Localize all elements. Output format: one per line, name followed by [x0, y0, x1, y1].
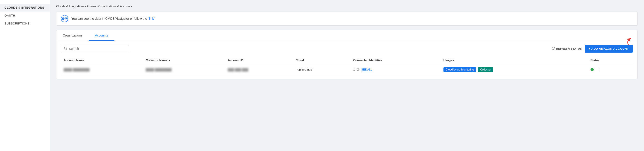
cell-account-name: ████ ████████ [61, 64, 143, 75]
info-banner: ✖ You can see the data in CMDB/Navigator… [56, 12, 638, 26]
table-body: ████ ████████ ████ ████████ ███ ███ ███ … [61, 64, 633, 75]
col-header-collector-name[interactable]: Collector Name ▲ [143, 56, 225, 64]
toolbar: REFRESH STATUS [61, 45, 633, 52]
status-active-dot [590, 68, 594, 71]
cell-status: ⋮ [588, 64, 633, 75]
search-box[interactable] [61, 45, 129, 52]
see-all-link[interactable]: SEE ALL [361, 68, 372, 71]
refresh-status-button[interactable]: REFRESH STATUS [552, 47, 582, 50]
search-input[interactable] [69, 47, 126, 50]
more-options-button[interactable]: ⋮ [596, 67, 602, 72]
toolbar-right: REFRESH STATUS [552, 45, 633, 52]
tabs-header: Organizations Accounts [56, 30, 638, 41]
info-banner-text: You can see the data in CMDB/Navigator o… [72, 17, 155, 20]
external-link-icon [357, 68, 360, 72]
col-header-account-id: Account ID [225, 56, 293, 64]
tab-organizations[interactable]: Organizations [56, 30, 88, 41]
tab-accounts[interactable]: Accounts [88, 30, 114, 41]
add-amazon-account-button[interactable]: + ADD AMAZON ACCOUNT [585, 45, 633, 52]
usage-badge-collector: Collector [478, 67, 493, 72]
search-icon [64, 47, 67, 50]
cell-account-id: ███ ███ ███ [225, 64, 293, 75]
info-banner-link[interactable]: "link" [148, 17, 155, 20]
table-row: ████ ████████ ████ ████████ ███ ███ ███ … [61, 64, 633, 75]
compass-icon: ✖ [61, 15, 68, 22]
svg-marker-1 [66, 18, 66, 19]
col-header-account-name: Account Name [61, 56, 143, 64]
breadcrumb-root: Clouds & Integrations [56, 4, 84, 8]
svg-line-3 [66, 49, 67, 50]
main-content: Clouds & Integrations / Amazon Organizat… [50, 0, 644, 151]
sidebar-item-subscriptions[interactable]: Subscriptions [0, 20, 50, 28]
tab-content-accounts: REFRESH STATUS [56, 41, 638, 79]
table-header: Account Name Collector Name ▲ Account ID [61, 56, 633, 64]
svg-point-0 [64, 17, 68, 20]
cell-cloud: Public Cloud [293, 64, 350, 75]
cell-connected-identities: 1 SEE ALL [350, 64, 441, 75]
cell-collector-name: ████ ████████ [143, 64, 225, 75]
col-header-usages: Usages [441, 56, 588, 64]
col-header-cloud: Cloud [293, 56, 350, 64]
col-header-connected-identities: Connected Identities [350, 56, 441, 64]
sort-arrow-icon: ▲ [168, 59, 171, 62]
svg-line-4 [358, 68, 359, 70]
sidebar-item-clouds-integrations[interactable]: Clouds & Integrations [0, 4, 50, 12]
sidebar: Clouds & Integrations OAuth Subscription… [0, 0, 50, 151]
cell-usages: CloudAware Monitoring Collector [441, 64, 588, 75]
sidebar-item-oauth[interactable]: OAuth [0, 12, 50, 20]
accounts-table: Account Name Collector Name ▲ Account ID [61, 56, 633, 75]
add-button-wrapper: + ADD AMAZON ACCOUNT [585, 45, 633, 52]
breadcrumb-current: Amazon Organizations & Accounts [86, 4, 132, 8]
breadcrumb: Clouds & Integrations / Amazon Organizat… [56, 4, 638, 8]
tabs-container: Organizations Accounts [56, 30, 638, 79]
refresh-icon [552, 47, 555, 50]
col-header-status: Status [588, 56, 633, 64]
usage-badge-cloudaware: CloudAware Monitoring [444, 67, 476, 72]
